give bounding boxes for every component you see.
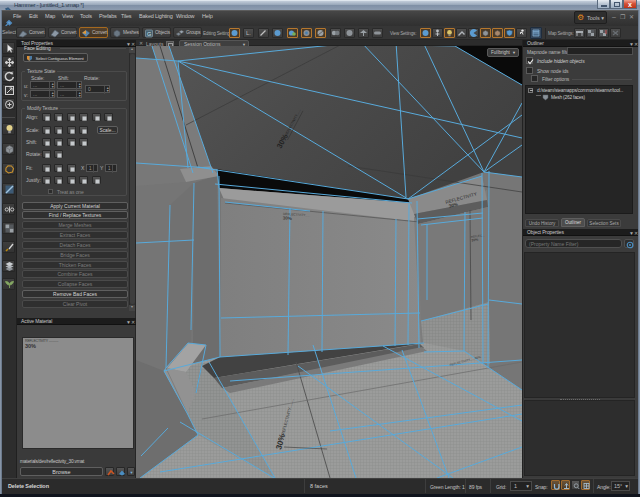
svg-text:G: G: [147, 31, 151, 37]
svg-text:30%: 30%: [283, 215, 292, 220]
